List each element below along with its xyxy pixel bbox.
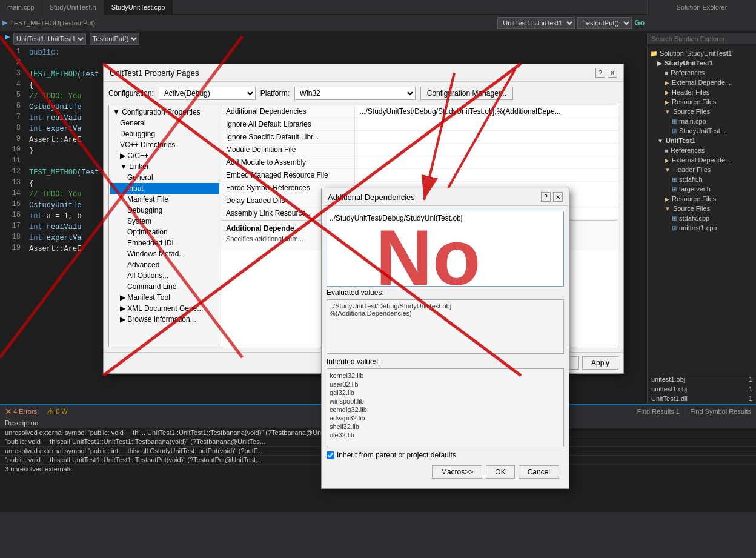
find-results-tab2[interactable]: Find Symbol Results bbox=[685, 407, 756, 416]
right-item-1: unitest1.obj1 bbox=[648, 374, 756, 384]
cpp-file-icon4: ⊞ bbox=[672, 225, 677, 231]
inherited-winspool: winspool.lib bbox=[330, 397, 561, 405]
prop-item-linker-general[interactable]: General bbox=[110, 172, 219, 183]
prop-row-embed[interactable]: Embed Managed Resource File bbox=[221, 169, 618, 182]
class-dropdown[interactable]: UnitTest1::UnitTest1 bbox=[497, 17, 575, 29]
se-item-project1[interactable]: ▶ StudyUnitTest1 bbox=[648, 58, 756, 68]
prop-row-ignore-spec[interactable]: Ignore Specific Default Libr... bbox=[221, 131, 618, 144]
prop-item-manifest[interactable]: Manifest File bbox=[110, 194, 219, 205]
go-button[interactable]: Go bbox=[634, 19, 645, 27]
solution-explorer-search[interactable] bbox=[648, 33, 756, 44]
prop-item-system[interactable]: System bbox=[110, 216, 219, 227]
se-item-stdafx-cpp[interactable]: ⊞ stdafx.cpp bbox=[648, 213, 756, 223]
se-item-targetver-h[interactable]: ⊞ targetver.h bbox=[648, 184, 756, 194]
prop-item-cmdline[interactable]: Command Line bbox=[110, 281, 219, 292]
find-results-tab1[interactable]: Find Results 1 bbox=[632, 407, 685, 416]
se-item-references1[interactable]: ■ References bbox=[648, 68, 756, 78]
prop-item-manifest-tool[interactable]: ▶ Manifest Tool bbox=[110, 292, 219, 303]
prop-item-browse[interactable]: ▶ Browse Information... bbox=[110, 314, 219, 325]
se-item-resource1[interactable]: ▶ Resource Files bbox=[648, 97, 756, 107]
inherited-user32: user32.lib bbox=[330, 380, 561, 388]
tab-study-unit-test-h[interactable]: StudyUnitTest.h bbox=[42, 0, 104, 15]
warn-count-group: ⚠ 0 W bbox=[42, 407, 73, 416]
inherit-checkbox[interactable] bbox=[327, 451, 334, 459]
prop-item-cpp[interactable]: ▶ C/C++ bbox=[110, 150, 219, 161]
folder-icon8: ▼ bbox=[665, 205, 671, 212]
h-file-icon2: ⊞ bbox=[672, 186, 677, 193]
prop-item-windows-meta[interactable]: Windows Metad... bbox=[110, 248, 219, 259]
toolbar-config: TEST_METHOD(TestoutPut) bbox=[7, 19, 98, 27]
se-item-header2[interactable]: ▼ Header Files bbox=[648, 165, 756, 174]
references-icon: ■ bbox=[665, 70, 668, 76]
se-item-project2[interactable]: ▼ UnitTest1 bbox=[648, 136, 756, 145]
se-item-source2[interactable]: ▼ Source Files bbox=[648, 204, 756, 213]
inherited-advapi32: advapi32.lib bbox=[330, 414, 561, 422]
config-select[interactable]: Active(Debug) bbox=[159, 87, 256, 100]
evaluated-line-2: %(AdditionalDependencies) bbox=[330, 310, 561, 317]
folder-icon6: ▼ bbox=[665, 167, 671, 173]
prop-item-input[interactable]: Input bbox=[110, 183, 219, 194]
dialog-title-bar: UnitTest1 Property Pages ? ✕ bbox=[104, 64, 623, 82]
tab-study-unit-test-cpp[interactable]: StudyUnitTest.cpp bbox=[104, 0, 173, 15]
add-dep-input[interactable]: ../StudyUnitTest/Debug/StudyUnitTest.obj bbox=[327, 211, 564, 287]
dialog-controls: ? ✕ bbox=[595, 68, 617, 78]
prop-name-add-module: Add Module to Assembly bbox=[221, 156, 354, 169]
se-item-ext-dep1[interactable]: ▶ External Depende... bbox=[648, 78, 756, 87]
solution-icon: 📁 bbox=[650, 50, 657, 57]
se-item-stdafx-h[interactable]: ⊞ stdafx.h bbox=[648, 174, 756, 184]
evaluated-line-1: ../StudyUnitTest/Debug/StudyUnitTest.obj bbox=[330, 302, 561, 310]
prop-item-general[interactable]: General bbox=[110, 118, 219, 128]
add-dep-help-btn[interactable]: ? bbox=[541, 192, 551, 202]
scope-selector[interactable]: UnitTest1::UnitTest1 bbox=[13, 33, 86, 45]
toolbar-back[interactable]: ▶ bbox=[2, 19, 7, 27]
se-item-unittest1-cpp[interactable]: ⊞ unittest1.cpp bbox=[648, 223, 756, 233]
add-dep-cancel-btn[interactable]: Cancel bbox=[519, 465, 559, 479]
se-item-studyunitcpp[interactable]: ⊞ StudyUnitTest... bbox=[648, 126, 756, 136]
add-dep-close-btn[interactable]: ✕ bbox=[553, 192, 563, 202]
cpp-file-icon: ⊞ bbox=[672, 118, 677, 125]
right-item-3: UnitTest1.dll1 bbox=[648, 394, 756, 404]
add-dep-dialog: Additional Dependencies ? ✕ ../StudyUnit… bbox=[321, 188, 569, 489]
se-item-ext-dep2[interactable]: ▶ External Depende... bbox=[648, 155, 756, 165]
prop-item-xml-doc[interactable]: ▶ XML Document Gene... bbox=[110, 303, 219, 314]
se-item-solution[interactable]: 📁 Solution 'StudyUnitTest1' bbox=[648, 48, 756, 58]
config-manager-btn[interactable]: Configuration Manager... bbox=[420, 87, 513, 100]
macros-btn[interactable]: Macros>> bbox=[432, 465, 482, 479]
prop-item-vcdirs[interactable]: VC++ Directories bbox=[110, 139, 219, 150]
prop-row-ignore-all[interactable]: Ignore All Default Libraries bbox=[221, 118, 618, 131]
platform-select[interactable]: Win32 bbox=[294, 87, 416, 100]
se-item-maincpp[interactable]: ⊞ main.cpp bbox=[648, 116, 756, 126]
prop-item-linker-debug[interactable]: Debugging bbox=[110, 205, 219, 216]
add-dep-ok-btn[interactable]: OK bbox=[486, 465, 514, 479]
dialog-close-btn[interactable]: ✕ bbox=[608, 68, 617, 78]
prop-item-config[interactable]: ▼ Configuration Properties bbox=[110, 107, 219, 118]
dialog-help-btn[interactable]: ? bbox=[595, 68, 605, 78]
method-dropdown[interactable]: TestoutPut() bbox=[577, 17, 632, 29]
prop-row-add-module[interactable]: Add Module to Assembly bbox=[221, 156, 618, 169]
tab-main-cpp[interactable]: main.cpp bbox=[0, 0, 42, 15]
prop-name-ignore-spec: Ignore Specific Default Libr... bbox=[221, 131, 354, 144]
se-item-resource2[interactable]: ▶ Resource Files bbox=[648, 194, 756, 204]
evaluated-box: ../StudyUnitTest/Debug/StudyUnitTest.obj… bbox=[327, 299, 564, 354]
se-item-header1[interactable]: ▶ Header Files bbox=[648, 87, 756, 97]
prop-item-linker[interactable]: ▼ Linker bbox=[110, 161, 219, 172]
prop-item-advanced[interactable]: Advanced bbox=[110, 259, 219, 270]
prop-item-all-options[interactable]: All Options... bbox=[110, 270, 219, 281]
prop-item-embedded-idl[interactable]: Embedded IDL bbox=[110, 237, 219, 248]
prop-item-optimization[interactable]: Optimization bbox=[110, 227, 219, 237]
project-icon: ▶ bbox=[657, 60, 662, 67]
prop-row-addl-dep[interactable]: Additional Dependencies.../StudyUnitTest… bbox=[221, 105, 618, 118]
inherit-label: Inherit from parent or project defaults bbox=[337, 451, 456, 459]
prop-name-embed: Embed Managed Resource File bbox=[221, 169, 354, 182]
inherited-kernel32: kernel32.lib bbox=[330, 371, 561, 380]
main-toolbar: ▶ TEST_METHOD(TestoutPut) UnitTest1::Uni… bbox=[0, 15, 756, 32]
apply-button[interactable]: Apply bbox=[582, 356, 618, 370]
se-item-references2[interactable]: ■ References bbox=[648, 145, 756, 155]
se-item-source1[interactable]: ▼ Source Files bbox=[648, 107, 756, 116]
solution-explorer-panel: 📁 Solution 'StudyUnitTest1' ▶ StudyUnitT… bbox=[647, 46, 756, 404]
prop-item-debugging[interactable]: Debugging bbox=[110, 128, 219, 139]
member-selector[interactable]: TestoutPut() bbox=[90, 33, 139, 45]
solution-explorer-header-tab: Solution Explorer bbox=[647, 0, 756, 15]
breadcrumb-item1[interactable]: ▶ bbox=[5, 33, 10, 45]
prop-row-module-def[interactable]: Module Definition File bbox=[221, 144, 618, 156]
